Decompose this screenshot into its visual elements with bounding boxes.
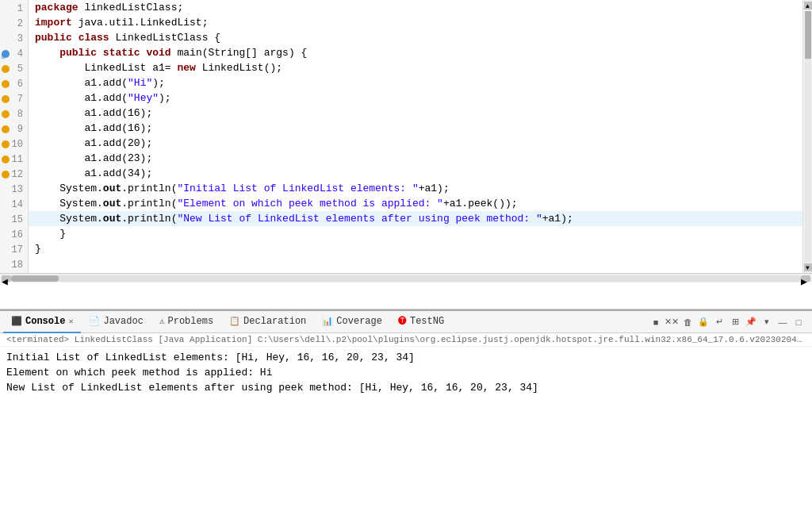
tab-console[interactable]: ⬛ Console ✕ bbox=[3, 311, 81, 333]
gutter-line-4: 4≡ bbox=[0, 47, 28, 62]
tab-console-close[interactable]: ✕ bbox=[68, 317, 73, 326]
tab-coverage[interactable]: 📊 Coverage bbox=[314, 311, 390, 333]
minimize-button[interactable]: — bbox=[776, 315, 790, 329]
console-output-line-1: Initial List of LinkedList elements: [Hi… bbox=[6, 350, 806, 365]
tab-javadoc-label: Javadoc bbox=[103, 316, 143, 327]
console-view-menu[interactable]: ▾ bbox=[760, 315, 774, 329]
tab-coverage-label: Coverage bbox=[336, 316, 382, 327]
code-line-8: a1.add(16); bbox=[29, 106, 802, 121]
gutter-line-12: 12 bbox=[0, 167, 28, 183]
tab-problems-label: Problems bbox=[168, 316, 214, 327]
gutter-line-2: 2 bbox=[0, 17, 28, 32]
gutter-line-7: 7 bbox=[0, 92, 28, 107]
code-line-9: a1.add(16); bbox=[29, 121, 802, 136]
console-tabs-bar: ⬛ Console ✕ 📄 Javadoc ⚠ Problems 📋 Decla… bbox=[0, 311, 812, 333]
gutter-line-15: 15 bbox=[0, 213, 28, 228]
gutter-line-8: 8 bbox=[0, 107, 28, 122]
code-line-18 bbox=[29, 256, 802, 271]
javadoc-icon: 📄 bbox=[89, 316, 100, 326]
word-wrap-button[interactable]: ↵ bbox=[712, 315, 726, 329]
editor-vertical-scrollbar[interactable]: ▲ ▼ bbox=[802, 0, 812, 273]
remove-launches-button[interactable]: ✕✕ bbox=[665, 315, 679, 329]
console-icon: ⬛ bbox=[11, 316, 22, 326]
code-line-5: LinkedList a1= new LinkedList(); bbox=[29, 60, 802, 75]
code-editor: 1 2 3 4≡ 5 6 7 8 9 10 11 bbox=[0, 0, 812, 309]
tab-declaration-label: Declaration bbox=[243, 316, 306, 327]
tab-testng[interactable]: 🅣 TestNG bbox=[390, 311, 452, 333]
scroll-up-button[interactable]: ▲ bbox=[804, 2, 812, 10]
terminated-label: <terminated> LinkedListClass [Java Appli… bbox=[6, 335, 812, 344]
editor-horizontal-scrollbar[interactable]: ◀ ▶ bbox=[0, 273, 812, 282]
gutter-line-11: 11 bbox=[0, 152, 28, 167]
app-container: 1 2 3 4≡ 5 6 7 8 9 10 11 bbox=[0, 0, 812, 515]
tab-declaration[interactable]: 📋 Declaration bbox=[221, 311, 314, 333]
terminate-button[interactable]: ■ bbox=[649, 315, 663, 329]
line-numbers: 1 2 3 4≡ 5 6 7 8 9 10 11 bbox=[0, 0, 29, 273]
testng-icon: 🅣 bbox=[398, 316, 407, 326]
h-scroll-track bbox=[11, 275, 801, 282]
gutter-line-16: 16 bbox=[0, 228, 28, 243]
maximize-button[interactable]: □ bbox=[791, 315, 806, 329]
code-line-1: package linkedListClass; bbox=[29, 0, 802, 15]
console-toolbar: ■ ✕✕ 🗑 🔒 ↵ ⊞ 📌 ▾ — □ bbox=[649, 315, 809, 329]
code-line-12: a1.add(34); bbox=[29, 166, 802, 181]
tab-console-label: Console bbox=[25, 316, 65, 327]
open-console-button[interactable]: ⊞ bbox=[728, 315, 742, 329]
gutter-line-14: 14 bbox=[0, 198, 28, 213]
code-line-17: } bbox=[29, 241, 802, 256]
gutter-line-9: 9 bbox=[0, 122, 28, 137]
gutter-line-3: 3 bbox=[0, 32, 28, 47]
code-line-6: a1.add("Hi"); bbox=[29, 75, 802, 90]
tab-problems[interactable]: ⚠ Problems bbox=[151, 311, 221, 333]
console-output-line-3: New List of LinkedList elements after us… bbox=[6, 380, 806, 395]
gutter-line-17: 17 bbox=[0, 243, 28, 258]
tab-testng-label: TestNG bbox=[410, 316, 444, 327]
gutter-line-5: 5 bbox=[0, 62, 28, 77]
pin-console-button[interactable]: 📌 bbox=[744, 315, 758, 329]
h-scroll-right[interactable]: ▶ bbox=[801, 275, 810, 282]
code-content[interactable]: package linkedListClass; import java.uti… bbox=[29, 0, 802, 273]
code-line-4: public static void main(String[] args) { bbox=[29, 45, 802, 60]
gutter-line-6: 6 bbox=[0, 77, 28, 92]
terminated-path: <terminated> LinkedListClass [Java Appli… bbox=[0, 333, 812, 347]
h-scroll-left[interactable]: ◀ bbox=[2, 275, 11, 282]
tab-javadoc[interactable]: 📄 Javadoc bbox=[81, 311, 151, 333]
scroll-track bbox=[805, 11, 811, 262]
scroll-lock-button[interactable]: 🔒 bbox=[696, 315, 710, 329]
console-output[interactable]: Initial List of LinkedList elements: [Hi… bbox=[0, 347, 812, 515]
code-line-13: System.out.println("Initial List of Link… bbox=[29, 181, 802, 196]
scroll-down-button[interactable]: ▼ bbox=[804, 263, 812, 271]
gutter-line-18: 18 bbox=[0, 258, 28, 273]
problems-icon: ⚠ bbox=[159, 316, 165, 326]
code-line-2: import java.util.LinkedList; bbox=[29, 15, 802, 30]
gutter-line-13: 13 bbox=[0, 183, 28, 198]
code-line-11: a1.add(23); bbox=[29, 151, 802, 166]
scroll-thumb[interactable] bbox=[805, 11, 811, 59]
code-line-3: public class LinkedListClass { bbox=[29, 30, 802, 45]
gutter-line-10: 10 bbox=[0, 137, 28, 152]
h-scroll-thumb[interactable] bbox=[11, 275, 59, 282]
clear-console-button[interactable]: 🗑 bbox=[680, 315, 695, 329]
code-line-10: a1.add(20); bbox=[29, 136, 802, 151]
gutter-line-1: 1 bbox=[0, 2, 28, 17]
coverage-icon: 📊 bbox=[322, 316, 333, 326]
console-output-line-2: Element on which peek method is applied:… bbox=[6, 365, 806, 380]
code-line-7: a1.add("Hey"); bbox=[29, 90, 802, 106]
code-line-16: } bbox=[29, 226, 802, 241]
code-line-14: System.out.println("Element on which pee… bbox=[29, 196, 802, 211]
declaration-icon: 📋 bbox=[229, 316, 240, 326]
console-panel: ⬛ Console ✕ 📄 Javadoc ⚠ Problems 📋 Decla… bbox=[0, 309, 812, 515]
code-line-15: System.out.println("New List of LinkedLi… bbox=[29, 211, 802, 226]
